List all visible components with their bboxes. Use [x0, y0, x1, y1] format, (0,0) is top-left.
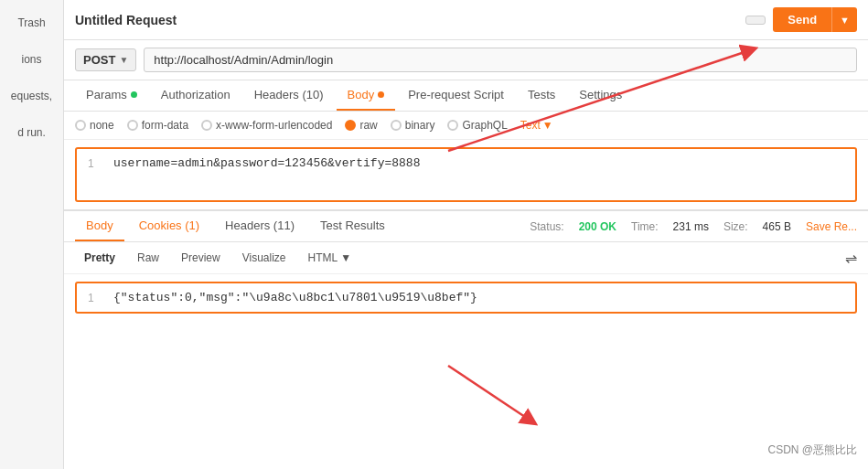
graphql-label: GraphQL [462, 119, 507, 132]
response-body-code[interactable]: {"status":0,"msg":"\u9a8c\u8bc1\u7801\u9… [113, 291, 477, 304]
settings-label: Settings [579, 88, 622, 101]
watermark: CSDN @恶熊比比 [767, 442, 857, 458]
formdata-label: form-data [142, 119, 188, 132]
option-none[interactable]: none [75, 119, 114, 132]
none-label: none [90, 119, 114, 132]
resp-format-row: Pretty Raw Preview Visualize HTML ▼ ⇌ [64, 242, 868, 274]
time-label: Time: [631, 220, 659, 233]
raw-format-arrow-icon: ▼ [542, 119, 553, 132]
raw-format-select[interactable]: Text ▼ [520, 119, 553, 132]
request-title: Untitled Request [75, 13, 403, 27]
radio-raw [345, 120, 356, 131]
body-options-row: none form-data x-www-form-urlencoded raw… [64, 112, 868, 140]
size-label: Size: [723, 220, 748, 233]
tab-body[interactable]: Body [337, 80, 396, 111]
body-dot [378, 91, 384, 98]
raw-format-label: Text [520, 119, 541, 132]
prerequest-label: Pre-request Script [408, 88, 504, 101]
time-value: 231 ms [673, 220, 709, 233]
urlencoded-label: x-www-form-urlencoded [216, 119, 332, 132]
tests-label: Tests [528, 88, 555, 101]
top-bar: Untitled Request Send ▼ [64, 0, 868, 40]
request-line-num: 1 [88, 157, 102, 170]
wrap-icon[interactable]: ⇌ [845, 250, 857, 267]
binary-label: binary [405, 119, 435, 132]
headers-label: Headers (10) [254, 88, 324, 101]
resp-line-row: 1 {"status":0,"msg":"\u9a8c\u8bc1\u7801\… [88, 291, 844, 304]
radio-binary [391, 120, 402, 131]
response-status: Status: 200 OK Time: 231 ms Size: 465 B … [530, 220, 857, 233]
radio-graphql [447, 120, 458, 131]
tab-prerequest[interactable]: Pre-request Script [397, 80, 515, 111]
fmt-tab-raw[interactable]: Raw [128, 248, 168, 268]
resp-tab-cookies[interactable]: Cookies (1) [128, 211, 210, 241]
sidebar-section3: d run. [14, 119, 49, 146]
params-dot [131, 91, 137, 98]
option-formdata[interactable]: form-data [127, 119, 188, 132]
request-body-editor: 1 username=admin&password=123456&vertify… [75, 147, 857, 202]
option-urlencoded[interactable]: x-www-form-urlencoded [201, 119, 332, 132]
authorization-label: Authorization [161, 88, 230, 101]
resp-line-num: 1 [88, 292, 102, 304]
url-bar: POST ▼ [64, 40, 868, 80]
sidebar-section1: ions [17, 46, 45, 73]
request-tabs-row: Params Authorization Headers (10) Body P… [64, 80, 868, 112]
sidebar-trash[interactable]: Trash [14, 9, 48, 37]
raw-fmt-label: Raw [137, 251, 159, 264]
option-raw[interactable]: raw [345, 119, 377, 132]
pretty-label: Pretty [84, 251, 115, 264]
format-select-label: HTML [308, 251, 338, 264]
response-tabs-row: Body Cookies (1) Headers (11) Test Resul… [64, 211, 868, 242]
method-select[interactable]: POST ▼ [75, 48, 136, 71]
sidebar-section2: equests, [7, 82, 56, 110]
save-response-button[interactable]: Save Re... [806, 220, 857, 233]
params-label: Params [86, 88, 127, 101]
tab-tests[interactable]: Tests [517, 80, 566, 111]
resp-tab-testresults[interactable]: Test Results [309, 211, 396, 241]
method-arrow-icon: ▼ [119, 55, 128, 65]
raw-label: raw [359, 119, 377, 132]
request-body-code[interactable]: username=admin&password=123456&vertify=8… [113, 156, 420, 170]
format-dropdown[interactable]: HTML ▼ [299, 248, 361, 268]
send-button[interactable]: Send [773, 7, 831, 32]
status-label: Status: [530, 220, 563, 233]
radio-formdata [127, 120, 138, 131]
status-value: 200 OK [579, 220, 616, 233]
fmt-tab-visualize[interactable]: Visualize [233, 248, 295, 268]
visualize-label: Visualize [242, 251, 286, 264]
resp-tab-body[interactable]: Body [75, 211, 124, 241]
option-binary[interactable]: binary [391, 119, 435, 132]
body-label: Body [348, 88, 375, 101]
fmt-tab-preview[interactable]: Preview [172, 248, 230, 268]
resp-tab-headers[interactable]: Headers (11) [214, 211, 305, 241]
tab-params[interactable]: Params [75, 80, 148, 111]
preview-label: Preview [181, 251, 220, 264]
radio-none [75, 120, 86, 131]
radio-urlencoded [201, 120, 212, 131]
size-value: 465 B [763, 220, 791, 233]
comment-button[interactable] [745, 16, 766, 25]
option-graphql[interactable]: GraphQL [447, 119, 507, 132]
response-section: Body Cookies (1) Headers (11) Test Resul… [64, 209, 868, 469]
tab-headers[interactable]: Headers (10) [243, 80, 335, 111]
format-arrow-icon: ▼ [340, 251, 351, 264]
resp-headers-label: Headers (11) [225, 219, 295, 232]
resp-body-label: Body [86, 219, 113, 232]
tab-authorization[interactable]: Authorization [150, 80, 241, 111]
request-line-row: 1 username=admin&password=123456&vertify… [88, 156, 844, 170]
method-label: POST [83, 53, 115, 67]
resp-testresults-label: Test Results [320, 219, 385, 232]
send-dropdown-button[interactable]: ▼ [831, 7, 857, 32]
response-body-editor: 1 {"status":0,"msg":"\u9a8c\u8bc1\u7801\… [75, 282, 857, 314]
fmt-tab-pretty[interactable]: Pretty [75, 248, 124, 268]
resp-cookies-label: Cookies (1) [139, 219, 199, 232]
tab-settings[interactable]: Settings [568, 80, 633, 111]
send-group: Send ▼ [773, 7, 857, 32]
url-input[interactable] [144, 48, 857, 72]
